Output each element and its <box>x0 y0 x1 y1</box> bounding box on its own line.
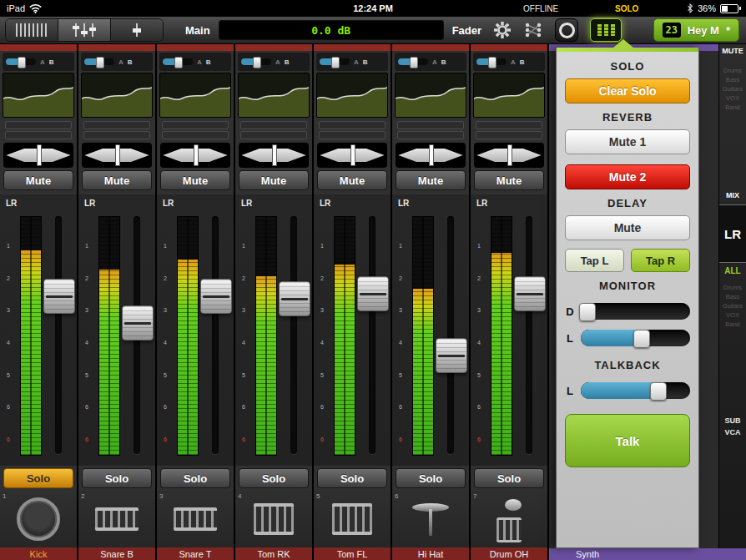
talk-button[interactable]: Talk <box>565 414 690 467</box>
mute-button[interactable]: Mute <box>3 170 73 190</box>
eq-curve-thumbnail[interactable] <box>316 73 388 118</box>
channel-name-bar[interactable]: Tom RK <box>235 547 312 560</box>
slider-thumb[interactable] <box>650 382 667 401</box>
view-group-all[interactable]: ALL <box>719 266 746 275</box>
input-gain-slider[interactable] <box>84 58 114 65</box>
mute-button[interactable]: Mute <box>396 170 466 190</box>
settings-button[interactable] <box>493 21 512 39</box>
pan-thumb[interactable] <box>37 144 42 166</box>
selected-mix-label[interactable]: Main <box>185 24 210 37</box>
input-gain-slider[interactable] <box>398 58 428 65</box>
gain-thumb[interactable] <box>331 57 340 68</box>
pan-thumb[interactable] <box>429 144 434 166</box>
talkback-l-slider[interactable] <box>581 382 690 399</box>
eq-curve-thumbnail[interactable] <box>238 73 310 118</box>
monitor-l-slider[interactable] <box>581 330 690 346</box>
mix-select-lr[interactable]: LR <box>719 204 746 263</box>
layer-b-label[interactable]: B <box>363 58 368 66</box>
solo-button[interactable]: Solo <box>160 468 230 488</box>
channel-name-bar[interactable]: Snare B <box>78 547 155 560</box>
monitor-d-slider[interactable] <box>581 303 690 320</box>
tap-l-button[interactable]: Tap L <box>565 249 624 272</box>
fader-cap[interactable] <box>200 279 232 314</box>
layer-b-label[interactable]: B <box>49 58 54 66</box>
channel-icon-area[interactable]: 6 <box>392 491 469 547</box>
sub-label[interactable]: SUB <box>719 416 746 425</box>
input-gain-slider[interactable] <box>241 58 271 65</box>
pan-control[interactable] <box>396 143 466 168</box>
gain-thumb[interactable] <box>96 57 104 68</box>
layer-a-label[interactable]: A <box>197 58 202 66</box>
input-gain-slider[interactable] <box>320 58 350 65</box>
channel-icon-area[interactable]: 4 <box>235 491 312 547</box>
layer-a-label[interactable]: A <box>432 58 437 66</box>
mute-button[interactable]: Mute <box>317 170 387 190</box>
slider-thumb[interactable] <box>579 303 596 321</box>
gain-thumb[interactable] <box>174 57 183 68</box>
vca-label[interactable]: VCA <box>719 428 746 436</box>
eq-curve-thumbnail[interactable] <box>473 73 545 118</box>
mute-button[interactable]: Mute <box>160 170 230 190</box>
channel-icon-area[interactable]: 2 <box>78 491 155 547</box>
layer-a-label[interactable]: A <box>275 58 280 66</box>
fader-track[interactable] <box>369 216 376 454</box>
solo-button[interactable]: Solo <box>82 468 152 488</box>
input-gain-slider[interactable] <box>476 58 507 65</box>
slider-thumb[interactable] <box>633 330 650 348</box>
input-gain-slider[interactable] <box>163 58 193 65</box>
record-button[interactable] <box>555 18 578 42</box>
solo-button[interactable]: Solo <box>317 468 387 488</box>
channel-icon-area[interactable]: 7 <box>471 491 547 547</box>
pan-thumb[interactable] <box>350 144 355 166</box>
pan-control[interactable] <box>160 143 230 168</box>
channel-name-bar[interactable]: Tom FL <box>314 547 391 560</box>
fader-cap[interactable] <box>357 276 389 311</box>
solo-button[interactable]: Solo <box>3 468 73 488</box>
layer-a-label[interactable]: A <box>511 58 516 66</box>
channel-icon-area[interactable]: 1 <box>0 491 77 547</box>
fader-cap[interactable] <box>436 338 467 373</box>
layer-b-label[interactable]: B <box>285 58 290 66</box>
clear-solo-button[interactable]: Clear Solo <box>565 78 690 103</box>
tap-r-button[interactable]: Tap R <box>631 249 690 272</box>
gain-thumb[interactable] <box>253 57 261 68</box>
channel-name-bar[interactable]: Kick <box>0 547 77 560</box>
eq-curve-thumbnail[interactable] <box>395 73 466 118</box>
channel-icon-area[interactable]: 5 <box>314 491 391 547</box>
layer-a-label[interactable]: A <box>118 58 123 66</box>
reverb-mute1-button[interactable]: Mute 1 <box>565 129 690 154</box>
overview-view-button[interactable] <box>6 19 58 41</box>
pan-control[interactable] <box>474 143 544 168</box>
layer-a-label[interactable]: A <box>354 58 359 66</box>
fader-mode-label[interactable]: Fader <box>452 24 481 37</box>
pan-thumb[interactable] <box>194 144 199 166</box>
mute-button[interactable]: Mute <box>474 170 544 190</box>
channel-name-bar[interactable]: Drum OH <box>471 547 547 560</box>
channel-view-button[interactable] <box>111 19 163 41</box>
pan-thumb[interactable] <box>507 144 512 166</box>
solo-button[interactable]: Solo <box>396 468 466 488</box>
input-gain-slider[interactable] <box>6 58 36 65</box>
fader-cap[interactable] <box>514 276 546 311</box>
gain-thumb[interactable] <box>18 57 26 68</box>
fader-track[interactable] <box>212 216 219 454</box>
eq-curve-thumbnail[interactable] <box>3 73 74 118</box>
layer-b-label[interactable]: B <box>128 58 133 66</box>
fader-cap[interactable] <box>122 305 154 341</box>
solo-button[interactable]: Solo <box>239 468 309 488</box>
patch-button[interactable] <box>523 22 543 38</box>
fader-track[interactable] <box>526 216 532 454</box>
gain-thumb[interactable] <box>488 57 496 68</box>
eq-curve-thumbnail[interactable] <box>159 73 231 118</box>
mute-button[interactable]: Mute <box>82 170 152 190</box>
meters-button[interactable] <box>590 18 622 42</box>
eq-curve-thumbnail[interactable] <box>81 73 153 118</box>
synth-name-bar[interactable]: Synth <box>549 548 746 560</box>
solo-button[interactable]: Solo <box>474 468 544 488</box>
channel-name-bar[interactable]: Hi Hat <box>392 547 469 560</box>
fader-cap[interactable] <box>279 281 310 316</box>
pan-control[interactable] <box>3 143 73 168</box>
gain-thumb[interactable] <box>410 57 418 68</box>
pan-control[interactable] <box>82 143 152 168</box>
snapshot-button[interactable]: 23 Hey M * <box>653 18 739 42</box>
